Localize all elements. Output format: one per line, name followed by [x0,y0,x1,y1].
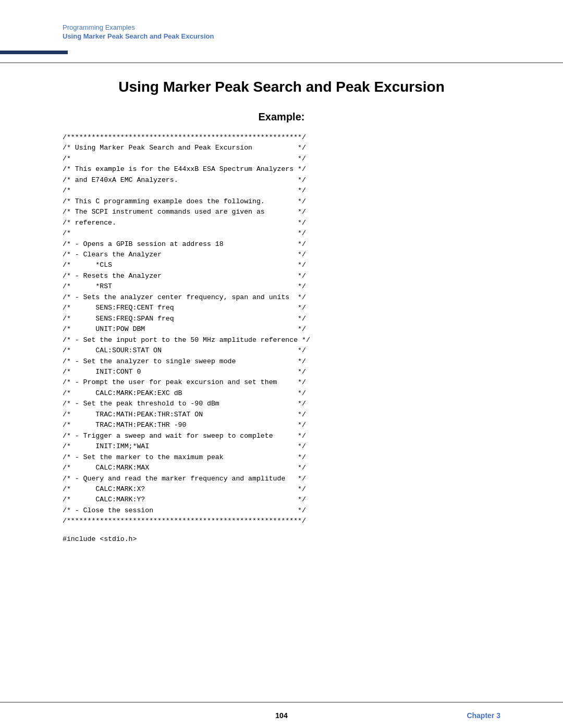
footer-center: 104 [104,711,459,720]
code-line-36: /* - Close the session */ [63,507,306,514]
code-line-29: /* - Trigger a sweep and wait for sweep … [63,432,306,440]
example-heading: Example: [63,111,500,123]
code-line-37: /***************************************… [63,517,306,525]
code-line-24: /* - Prompt the user for peak excursion … [63,378,306,386]
chapter-title: Using Marker Peak Search and Peak Excurs… [63,79,500,95]
page-footer: 104 Chapter 3 [0,702,563,728]
code-line-34: /* CALC:MARK:X? */ [63,485,306,493]
code-line-21: /* CAL:SOUR:STAT ON */ [63,347,306,354]
page-number: 104 [275,711,287,720]
code-line-6: /* */ [63,187,306,194]
code-line-3: /* */ [63,155,306,163]
code-line-31: /* - Set the marker to the maximum peak … [63,453,306,461]
code-line-13: /* *CLS */ [63,261,306,269]
code-line-23: /* INIT:CONT 0 */ [63,368,306,376]
code-line-25: /* CALC:MARK:PEAK:EXC dB */ [63,389,306,397]
footer-right: Chapter 3 [459,711,500,720]
code-line-7: /* This C programming example does the f… [63,198,306,205]
blue-accent-bar [0,51,68,54]
code-line-4: /* This example is for the E44xxB ESA Sp… [63,165,306,173]
code-line-17: /* SENS:FREQ:CENT freq */ [63,304,306,312]
code-block: /***************************************… [63,132,500,527]
code-line-22: /* - Set the analyzer to single sweep mo… [63,357,306,365]
include-line: #include <stdio.h> [63,535,500,543]
chapter-label: Chapter 3 [467,711,500,720]
code-line-11: /* - Opens a GPIB session at address 18 … [63,240,306,248]
code-line-26: /* - Set the peak threshold to -90 dBm *… [63,400,306,408]
code-line-19: /* UNIT:POW DBM */ [63,325,306,333]
code-line-15: /* *RST */ [63,282,306,290]
code-line-5: /* and E740xA EMC Analyzers. */ [63,176,306,184]
code-line-16: /* - Sets the analyzer center frequency,… [63,293,306,301]
page: Programming Examples Using Marker Peak S… [0,0,563,728]
title-rule-container [0,40,563,63]
code-line-10: /* */ [63,229,306,237]
code-line-2: /* Using Marker Peak Search and Peak Exc… [63,144,306,152]
horizontal-rule [0,63,563,63]
code-line-32: /* CALC:MARK:MAX */ [63,464,306,472]
code-line-14: /* - Resets the Analyzer */ [63,272,306,280]
code-line-18: /* SENS:FREQ:SPAN freq */ [63,315,306,323]
breadcrumb-line1: Programming Examples [63,23,500,31]
code-line-33: /* - Query and read the marker frequency… [63,475,306,483]
code-line-35: /* CALC:MARK:Y? */ [63,496,306,503]
code-line-9: /* reference. */ [63,219,306,227]
page-header: Programming Examples Using Marker Peak S… [0,0,563,40]
code-line-1: /***************************************… [63,133,306,141]
code-line-12: /* - Clears the Analyzer */ [63,251,306,258]
breadcrumb-line2: Using Marker Peak Search and Peak Excurs… [63,32,500,40]
chapter-title-container: Using Marker Peak Search and Peak Excurs… [0,63,563,101]
code-line-28: /* TRAC:MATH:PEAK:THR -90 */ [63,421,306,429]
code-line-27: /* TRAC:MATH:PEAK:THR:STAT ON */ [63,411,306,418]
code-line-8: /* The SCPI instrument commands used are… [63,208,306,216]
code-line-30: /* INIT:IMM;*WAI */ [63,442,306,450]
main-content: Example: /******************************… [0,101,563,574]
code-line-20: /* - Set the input port to the 50 MHz am… [63,336,310,344]
